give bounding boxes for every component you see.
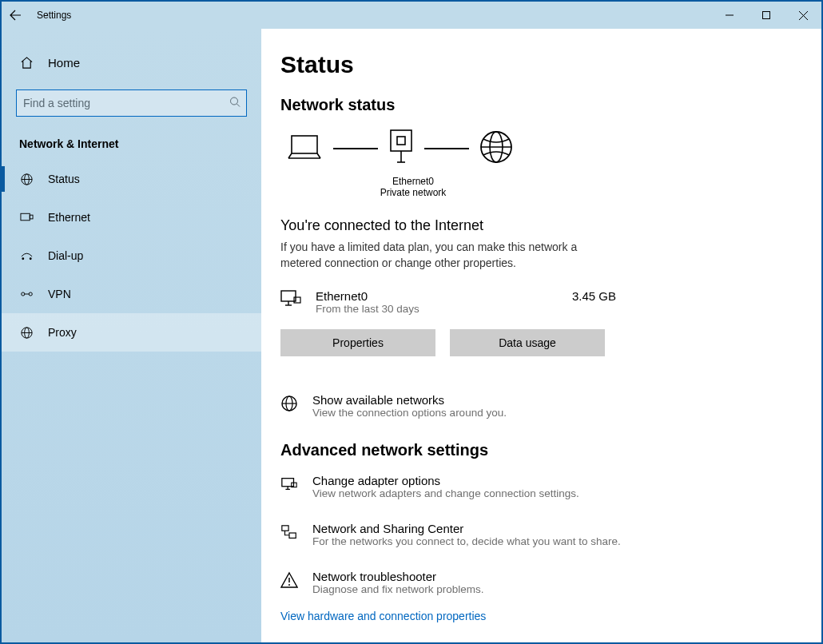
- titlebar: Settings: [2, 2, 821, 29]
- svg-point-11: [22, 257, 24, 260]
- back-arrow-icon: [9, 9, 22, 22]
- link-title: Network troubleshooter: [312, 570, 484, 583]
- svg-point-14: [29, 292, 32, 296]
- minimize-button[interactable]: [711, 2, 748, 29]
- sidebar-item-label: VPN: [48, 288, 71, 300]
- usage-period: From the last 30 days: [316, 303, 558, 315]
- adapter-usage-row: Ethernet0 From the last 30 days 3.45 GB: [280, 289, 616, 315]
- maximize-button[interactable]: [748, 2, 785, 29]
- vpn-icon: [19, 288, 34, 300]
- change-adapter-options[interactable]: Change adapter options View network adap…: [280, 474, 789, 499]
- network-diagram: [285, 129, 789, 168]
- diagram-caption: Ethernet0 Private network: [365, 176, 461, 198]
- svg-point-13: [21, 292, 24, 296]
- close-icon: [799, 11, 808, 20]
- sidebar-item-proxy[interactable]: Proxy: [2, 313, 261, 352]
- sidebar-item-dialup[interactable]: Dial-up: [2, 237, 261, 275]
- warning-triangle-icon: [280, 570, 298, 589]
- link-title: Change adapter options: [312, 474, 579, 487]
- minimize-icon: [726, 11, 734, 19]
- section-advanced: Advanced network settings: [280, 441, 789, 459]
- svg-rect-39: [289, 533, 296, 538]
- network-troubleshooter[interactable]: Network troubleshooter Diagnose and fix …: [280, 570, 789, 595]
- settings-window: Settings Home: [0, 0, 823, 644]
- diagram-adapter-name: Ethernet0: [365, 176, 461, 187]
- home-icon: [19, 56, 34, 70]
- diagram-line: [333, 148, 378, 149]
- home-label: Home: [48, 56, 80, 70]
- usage-amount: 3.45 GB: [572, 289, 616, 303]
- show-available-networks[interactable]: Show available networks View the connect…: [280, 393, 789, 419]
- internet-globe-icon: [479, 129, 514, 167]
- sidebar-item-label: Proxy: [48, 326, 77, 339]
- close-button[interactable]: [785, 2, 821, 29]
- sidebar-category: Network & Internet: [2, 117, 261, 160]
- svg-rect-9: [20, 213, 29, 221]
- link-subtitle: View network adapters and change connect…: [312, 487, 579, 499]
- page-title: Status: [280, 51, 789, 78]
- svg-point-12: [29, 257, 31, 260]
- window-title: Settings: [29, 10, 71, 21]
- properties-button[interactable]: Properties: [280, 329, 435, 356]
- network-sharing-center[interactable]: Network and Sharing Center For the netwo…: [280, 522, 789, 547]
- link-subtitle: Diagnose and fix network problems.: [312, 583, 484, 595]
- back-button[interactable]: [2, 2, 29, 29]
- svg-rect-19: [292, 136, 317, 153]
- svg-rect-21: [397, 137, 405, 145]
- link-title: Show available networks: [312, 393, 507, 407]
- svg-rect-27: [281, 291, 296, 301]
- maximize-icon: [762, 11, 770, 19]
- sidebar-item-label: Ethernet: [48, 211, 90, 224]
- sidebar: Home Network & Internet Status: [2, 29, 261, 642]
- proxy-icon: [19, 326, 34, 340]
- adapter-icon: [388, 129, 415, 168]
- svg-rect-10: [30, 215, 33, 219]
- section-network-status: Network status: [280, 96, 789, 114]
- sidebar-item-label: Dial-up: [48, 249, 83, 262]
- home-nav[interactable]: Home: [2, 46, 261, 78]
- svg-rect-1: [763, 12, 770, 19]
- sharing-center-icon: [280, 522, 298, 543]
- diagram-network-type: Private network: [365, 187, 461, 198]
- diagram-line: [424, 148, 469, 149]
- adapter-name: Ethernet0: [316, 289, 558, 303]
- sidebar-item-ethernet[interactable]: Ethernet: [2, 198, 261, 237]
- connected-heading: You're connected to the Internet: [280, 217, 789, 234]
- svg-rect-30: [294, 297, 300, 303]
- link-subtitle: View the connection options around you.: [312, 407, 507, 419]
- sidebar-item-status[interactable]: Status: [2, 160, 261, 198]
- sidebar-item-vpn[interactable]: VPN: [2, 275, 261, 313]
- window-controls: [711, 2, 821, 29]
- adapter-options-icon: [280, 474, 298, 493]
- svg-rect-20: [391, 130, 412, 151]
- globe-icon: [280, 393, 298, 412]
- link-title: Network and Sharing Center: [312, 522, 621, 535]
- sidebar-item-label: Status: [48, 173, 80, 185]
- dialup-icon: [19, 250, 34, 261]
- laptop-icon: [285, 131, 324, 165]
- search-input[interactable]: [16, 89, 247, 117]
- hardware-properties-link[interactable]: View hardware and connection properties: [280, 610, 486, 622]
- main-content: Status Network status Ethernet0 Private …: [261, 29, 821, 642]
- data-usage-button[interactable]: Data usage: [450, 329, 605, 356]
- svg-point-41: [288, 584, 290, 586]
- link-subtitle: For the networks you connect to, decide …: [312, 535, 621, 547]
- globe-icon: [19, 173, 34, 186]
- monitor-icon: [280, 289, 301, 311]
- svg-rect-38: [282, 525, 288, 530]
- connected-description: If you have a limited data plan, you can…: [280, 239, 616, 272]
- ethernet-icon: [19, 212, 34, 223]
